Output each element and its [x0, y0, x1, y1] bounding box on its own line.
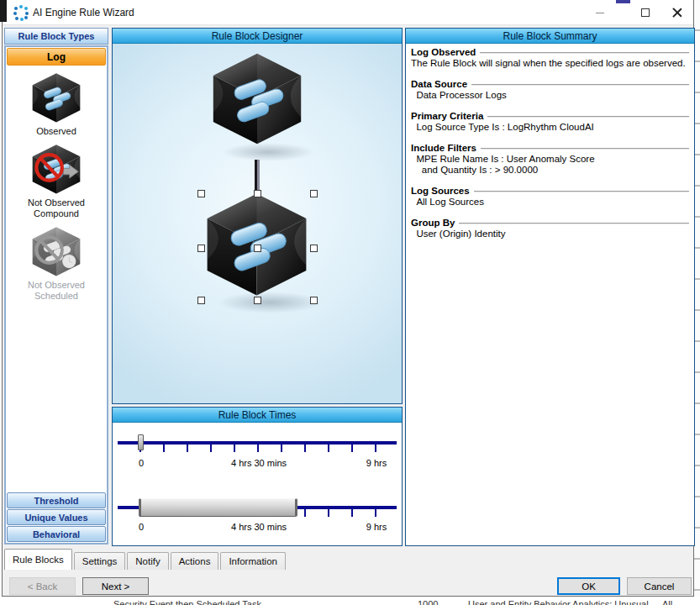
summary-section-log-sources: Log Sources All Log Sources — [411, 186, 689, 208]
selection-handle[interactable] — [254, 297, 261, 304]
cube-not-observed-scheduled-icon — [29, 224, 83, 278]
summary-line: and Quantity Is : > 90.0000 — [411, 165, 689, 176]
slider-tick-label: 0 — [139, 458, 144, 468]
summary-section-log-observed: Log Observed The Rule Block will signal … — [411, 47, 689, 69]
title-bar[interactable]: AI Engine Rule Wizard — [3, 0, 693, 25]
slider-tick-label: 4 hrs 30 mins — [231, 458, 287, 468]
summary-line: MPE Rule Name Is : User Anomaly Score — [411, 154, 689, 165]
rule-type-label: Not Observed Compound — [8, 197, 105, 219]
summary-section-title: Group By — [411, 218, 455, 229]
summary-section-title: Data Source — [411, 79, 467, 90]
background-text-fragment: User and Entity Behavior Analytics: Unus… — [468, 599, 649, 605]
cube-observed-icon — [29, 71, 83, 124]
unique-values-category-button[interactable]: Unique Values — [7, 509, 106, 525]
summary-section-title: Primary Criteria — [411, 111, 483, 122]
summary-line: Data Processor Logs — [411, 90, 689, 101]
summary-line: User (Origin) Identity — [411, 229, 689, 239]
divider — [487, 116, 689, 118]
wizard-tab-strip: Rule Blocks Settings Notify Actions Info… — [3, 548, 695, 570]
selection-handle[interactable] — [197, 190, 205, 197]
selection-handle[interactable] — [310, 245, 318, 252]
tab-information[interactable]: Information — [220, 552, 286, 570]
summary-line: The Rule Block will signal when the spec… — [411, 58, 689, 69]
selection-handle[interactable] — [310, 190, 318, 197]
minimize-button[interactable] — [582, 0, 618, 25]
time-range-bar[interactable] — [139, 498, 297, 517]
next-button[interactable]: Next > — [82, 577, 149, 595]
selection-handle[interactable] — [310, 297, 318, 304]
minimize-icon — [596, 13, 604, 13]
divider — [480, 52, 689, 54]
tab-settings[interactable]: Settings — [74, 552, 126, 570]
cancel-button[interactable]: Cancel — [627, 577, 692, 595]
summary-line: Log Source Type Is : LogRhythm CloudAI — [411, 122, 689, 133]
cube-not-observed-compound-icon — [29, 142, 83, 196]
background-window-strip-right — [694, 0, 700, 605]
divider — [459, 223, 689, 224]
summary-section-title: Log Sources — [411, 186, 470, 197]
rule-block-times-panel: Rule Block Times 0 4 hrs 30 mins 9 hrs 0… — [112, 407, 403, 546]
maximize-button[interactable] — [628, 0, 663, 25]
selection-handle[interactable] — [197, 297, 205, 304]
rule-block-cube-icon[interactable] — [208, 49, 306, 148]
ai-engine-rule-wizard-dialog: AI Engine Rule Wizard Rule Block Types L… — [2, 0, 694, 597]
background-text-fragment: 1000 — [418, 599, 438, 605]
close-button[interactable] — [660, 0, 695, 25]
slider-tick-label: 9 hrs — [366, 522, 387, 532]
time-slider-thumb[interactable] — [138, 434, 144, 450]
divider — [474, 191, 689, 192]
rule-block-designer-header: Rule Block Designer — [113, 29, 402, 44]
tab-notify[interactable]: Notify — [127, 552, 168, 570]
time-slider-ticks — [139, 445, 378, 452]
behavioral-category-button[interactable]: Behavioral — [7, 526, 106, 542]
log-group-button[interactable]: Log — [7, 48, 106, 66]
ai-engine-dots-icon — [13, 5, 29, 20]
selection-handle[interactable] — [254, 245, 261, 252]
window-title: AI Engine Rule Wizard — [33, 7, 134, 18]
summary-section-title: Include Filters — [411, 143, 476, 154]
rule-type-label: Observed — [36, 126, 76, 137]
tab-actions[interactable]: Actions — [171, 552, 219, 570]
background-text-fragment: All — [662, 599, 672, 605]
rule-type-not-observed-scheduled: Not Observed Scheduled — [8, 224, 105, 302]
ok-button[interactable]: OK — [557, 577, 620, 595]
summary-line: All Log Sources — [411, 197, 689, 208]
close-icon — [672, 8, 682, 18]
times-body: 0 4 hrs 30 mins 9 hrs 0 4 hrs 30 mins 9 … — [113, 423, 402, 545]
rule-block-times-header: Rule Block Times — [113, 408, 402, 423]
rule-block-designer-panel: Rule Block Designer — [112, 28, 403, 404]
summary-section-data-source: Data Source Data Processor Logs — [411, 79, 689, 101]
slider-tick-label: 4 hrs 30 mins — [231, 522, 287, 532]
summary-section-group-by: Group By User (Origin) Identity — [411, 218, 689, 239]
divider — [481, 148, 689, 150]
selection-handle[interactable] — [197, 245, 205, 252]
background-text-fragment: Security Event then Scheduled Task — [113, 599, 261, 605]
selection-handle[interactable] — [254, 190, 261, 197]
summary-section-title: Log Observed — [411, 47, 476, 58]
rule-block-types-panel: Log Observed Not Observed Compound — [4, 45, 108, 544]
screen: Security Event then Scheduled Task 1000 … — [0, 0, 700, 605]
maximize-icon — [641, 8, 650, 17]
rule-type-not-observed-compound[interactable]: Not Observed Compound — [8, 142, 105, 219]
summary-body: Log Observed The Rule Block will signal … — [406, 44, 694, 239]
slider-tick-label: 0 — [139, 522, 144, 532]
summary-section-primary-criteria: Primary Criteria Log Source Type Is : Lo… — [411, 111, 689, 133]
divider — [471, 84, 689, 86]
rule-block-summary-header: Rule Block Summary — [406, 29, 694, 44]
background-window-strip-bottom: Security Event then Scheduled Task 1000 … — [0, 597, 700, 605]
slider-tick-label: 9 hrs — [366, 458, 387, 468]
designer-canvas[interactable] — [113, 44, 402, 403]
summary-section-include-filters: Include Filters MPE Rule Name Is : User … — [411, 143, 689, 176]
rule-block-summary-panel: Rule Block Summary Log Observed The Rule… — [405, 28, 695, 546]
rule-block-types-header: Rule Block Types — [4, 28, 108, 45]
rule-type-observed[interactable]: Observed — [8, 71, 105, 137]
tab-rule-blocks[interactable]: Rule Blocks — [4, 549, 72, 570]
background-window-fragment — [0, 0, 7, 22]
back-button: < Back — [9, 577, 76, 595]
threshold-category-button[interactable]: Threshold — [7, 492, 106, 508]
rule-type-label: Not Observed Scheduled — [8, 280, 105, 302]
background-window-fragment — [616, 0, 630, 3]
